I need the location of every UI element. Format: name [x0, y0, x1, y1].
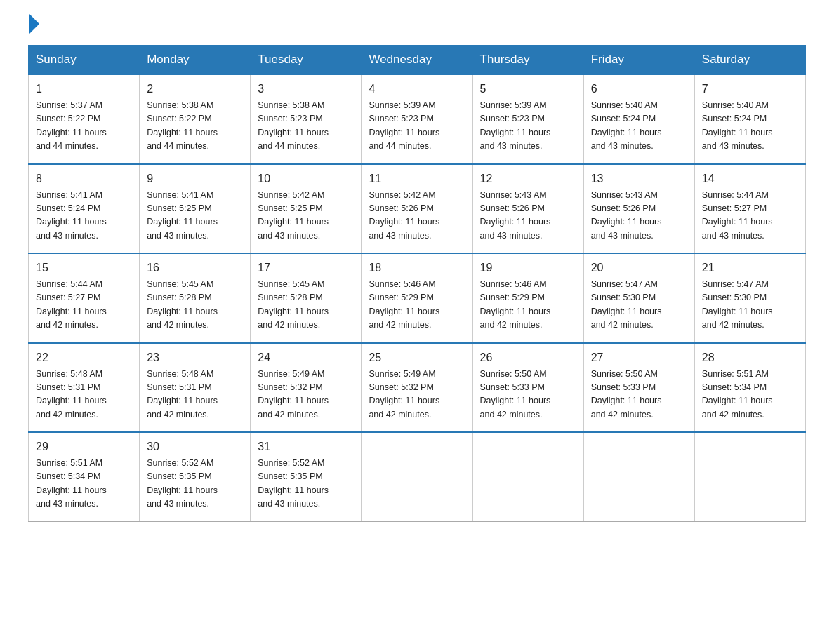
day-number: 13: [591, 170, 687, 187]
day-number: 7: [702, 81, 798, 98]
calendar-cell: 25 Sunrise: 5:49 AMSunset: 5:32 PMDaylig…: [362, 343, 472, 433]
calendar-table: SundayMondayTuesdayWednesdayThursdayFrid…: [28, 45, 806, 522]
day-info: Sunrise: 5:45 AMSunset: 5:28 PMDaylight:…: [147, 278, 243, 333]
day-info: Sunrise: 5:43 AMSunset: 5:26 PMDaylight:…: [480, 189, 576, 243]
col-header-thursday: Thursday: [472, 46, 583, 75]
calendar-cell: 24 Sunrise: 5:49 AMSunset: 5:32 PMDaylig…: [251, 343, 362, 433]
calendar-cell: 27 Sunrise: 5:50 AMSunset: 5:33 PMDaylig…: [583, 343, 694, 433]
day-info: Sunrise: 5:43 AMSunset: 5:26 PMDaylight:…: [591, 189, 687, 243]
day-info: Sunrise: 5:40 AMSunset: 5:24 PMDaylight:…: [702, 99, 798, 154]
calendar-cell: 3 Sunrise: 5:38 AMSunset: 5:23 PMDayligh…: [251, 74, 362, 164]
calendar-cell: 16 Sunrise: 5:45 AMSunset: 5:28 PMDaylig…: [140, 253, 251, 343]
calendar-cell: 13 Sunrise: 5:43 AMSunset: 5:26 PMDaylig…: [583, 164, 694, 254]
calendar-week-row: 15 Sunrise: 5:44 AMSunset: 5:27 PMDaylig…: [29, 253, 806, 343]
day-number: 21: [702, 260, 798, 276]
day-info: Sunrise: 5:46 AMSunset: 5:29 PMDaylight:…: [480, 278, 576, 333]
calendar-week-row: 29 Sunrise: 5:51 AMSunset: 5:34 PMDaylig…: [29, 432, 806, 521]
col-header-friday: Friday: [583, 46, 694, 75]
day-number: 5: [480, 81, 576, 98]
day-info: Sunrise: 5:46 AMSunset: 5:29 PMDaylight:…: [369, 278, 465, 333]
calendar-cell: 6 Sunrise: 5:40 AMSunset: 5:24 PMDayligh…: [583, 74, 694, 164]
day-number: 29: [36, 438, 132, 455]
day-number: 8: [36, 170, 132, 187]
calendar-cell: 31 Sunrise: 5:52 AMSunset: 5:35 PMDaylig…: [251, 432, 362, 521]
calendar-cell: 15 Sunrise: 5:44 AMSunset: 5:27 PMDaylig…: [29, 253, 140, 343]
day-number: 22: [36, 349, 132, 366]
day-info: Sunrise: 5:49 AMSunset: 5:32 PMDaylight:…: [369, 368, 465, 422]
day-info: Sunrise: 5:44 AMSunset: 5:27 PMDaylight:…: [702, 189, 798, 243]
calendar-cell: 29 Sunrise: 5:51 AMSunset: 5:34 PMDaylig…: [29, 432, 140, 521]
day-info: Sunrise: 5:44 AMSunset: 5:27 PMDaylight:…: [36, 278, 132, 333]
day-info: Sunrise: 5:50 AMSunset: 5:33 PMDaylight:…: [480, 368, 576, 422]
calendar-cell: 19 Sunrise: 5:46 AMSunset: 5:29 PMDaylig…: [472, 253, 583, 343]
calendar-cell: 23 Sunrise: 5:48 AMSunset: 5:31 PMDaylig…: [140, 343, 251, 433]
col-header-saturday: Saturday: [694, 46, 805, 75]
calendar-cell: 28 Sunrise: 5:51 AMSunset: 5:34 PMDaylig…: [694, 343, 805, 433]
calendar-cell: [694, 432, 805, 521]
calendar-header-row: SundayMondayTuesdayWednesdayThursdayFrid…: [29, 46, 806, 75]
col-header-tuesday: Tuesday: [251, 46, 362, 75]
day-number: 2: [147, 81, 243, 98]
day-info: Sunrise: 5:52 AMSunset: 5:35 PMDaylight:…: [258, 457, 354, 511]
day-info: Sunrise: 5:48 AMSunset: 5:31 PMDaylight:…: [36, 368, 132, 422]
calendar-cell: [583, 432, 694, 521]
calendar-cell: 22 Sunrise: 5:48 AMSunset: 5:31 PMDaylig…: [29, 343, 140, 433]
day-number: 1: [36, 81, 132, 98]
day-info: Sunrise: 5:39 AMSunset: 5:23 PMDaylight:…: [369, 99, 465, 154]
calendar-cell: 9 Sunrise: 5:41 AMSunset: 5:25 PMDayligh…: [140, 164, 251, 254]
calendar-cell: 14 Sunrise: 5:44 AMSunset: 5:27 PMDaylig…: [694, 164, 805, 254]
calendar-cell: 12 Sunrise: 5:43 AMSunset: 5:26 PMDaylig…: [472, 164, 583, 254]
calendar-week-row: 1 Sunrise: 5:37 AMSunset: 5:22 PMDayligh…: [29, 74, 806, 164]
logo-arrow-icon: [29, 14, 39, 34]
day-number: 31: [258, 438, 354, 455]
day-info: Sunrise: 5:47 AMSunset: 5:30 PMDaylight:…: [702, 278, 798, 333]
col-header-monday: Monday: [140, 46, 251, 75]
day-number: 24: [258, 349, 354, 366]
day-info: Sunrise: 5:52 AMSunset: 5:35 PMDaylight:…: [147, 457, 243, 511]
calendar-cell: 2 Sunrise: 5:38 AMSunset: 5:22 PMDayligh…: [140, 74, 251, 164]
calendar-cell: [362, 432, 472, 521]
calendar-week-row: 22 Sunrise: 5:48 AMSunset: 5:31 PMDaylig…: [29, 343, 806, 433]
day-number: 28: [702, 349, 798, 366]
calendar-cell: 26 Sunrise: 5:50 AMSunset: 5:33 PMDaylig…: [472, 343, 583, 433]
day-info: Sunrise: 5:41 AMSunset: 5:25 PMDaylight:…: [147, 189, 243, 243]
day-number: 17: [258, 260, 354, 276]
calendar-cell: 7 Sunrise: 5:40 AMSunset: 5:24 PMDayligh…: [694, 74, 805, 164]
day-info: Sunrise: 5:49 AMSunset: 5:32 PMDaylight:…: [258, 368, 354, 422]
day-info: Sunrise: 5:45 AMSunset: 5:28 PMDaylight:…: [258, 278, 354, 333]
day-number: 19: [480, 260, 576, 276]
day-number: 11: [369, 170, 465, 187]
col-header-wednesday: Wednesday: [362, 46, 472, 75]
day-number: 14: [702, 170, 798, 187]
day-info: Sunrise: 5:47 AMSunset: 5:30 PMDaylight:…: [591, 278, 687, 333]
page-header: [28, 21, 806, 34]
day-number: 30: [147, 438, 243, 455]
calendar-cell: 10 Sunrise: 5:42 AMSunset: 5:25 PMDaylig…: [251, 164, 362, 254]
calendar-cell: 20 Sunrise: 5:47 AMSunset: 5:30 PMDaylig…: [583, 253, 694, 343]
day-info: Sunrise: 5:37 AMSunset: 5:22 PMDaylight:…: [36, 99, 132, 154]
day-number: 9: [147, 170, 243, 187]
calendar-cell: 17 Sunrise: 5:45 AMSunset: 5:28 PMDaylig…: [251, 253, 362, 343]
day-info: Sunrise: 5:42 AMSunset: 5:26 PMDaylight:…: [369, 189, 465, 243]
day-number: 26: [480, 349, 576, 366]
day-info: Sunrise: 5:48 AMSunset: 5:31 PMDaylight:…: [147, 368, 243, 422]
calendar-cell: 30 Sunrise: 5:52 AMSunset: 5:35 PMDaylig…: [140, 432, 251, 521]
calendar-cell: 4 Sunrise: 5:39 AMSunset: 5:23 PMDayligh…: [362, 74, 472, 164]
day-number: 27: [591, 349, 687, 366]
day-info: Sunrise: 5:51 AMSunset: 5:34 PMDaylight:…: [36, 457, 132, 511]
day-info: Sunrise: 5:38 AMSunset: 5:23 PMDaylight:…: [258, 99, 354, 154]
day-info: Sunrise: 5:50 AMSunset: 5:33 PMDaylight:…: [591, 368, 687, 422]
logo: [28, 21, 39, 34]
day-info: Sunrise: 5:51 AMSunset: 5:34 PMDaylight:…: [702, 368, 798, 422]
day-info: Sunrise: 5:41 AMSunset: 5:24 PMDaylight:…: [36, 189, 132, 243]
day-info: Sunrise: 5:38 AMSunset: 5:22 PMDaylight:…: [147, 99, 243, 154]
calendar-cell: 18 Sunrise: 5:46 AMSunset: 5:29 PMDaylig…: [362, 253, 472, 343]
day-info: Sunrise: 5:40 AMSunset: 5:24 PMDaylight:…: [591, 99, 687, 154]
day-number: 4: [369, 81, 465, 98]
day-number: 15: [36, 260, 132, 276]
calendar-cell: [472, 432, 583, 521]
day-number: 16: [147, 260, 243, 276]
calendar-cell: 11 Sunrise: 5:42 AMSunset: 5:26 PMDaylig…: [362, 164, 472, 254]
calendar-week-row: 8 Sunrise: 5:41 AMSunset: 5:24 PMDayligh…: [29, 164, 806, 254]
day-number: 3: [258, 81, 354, 98]
